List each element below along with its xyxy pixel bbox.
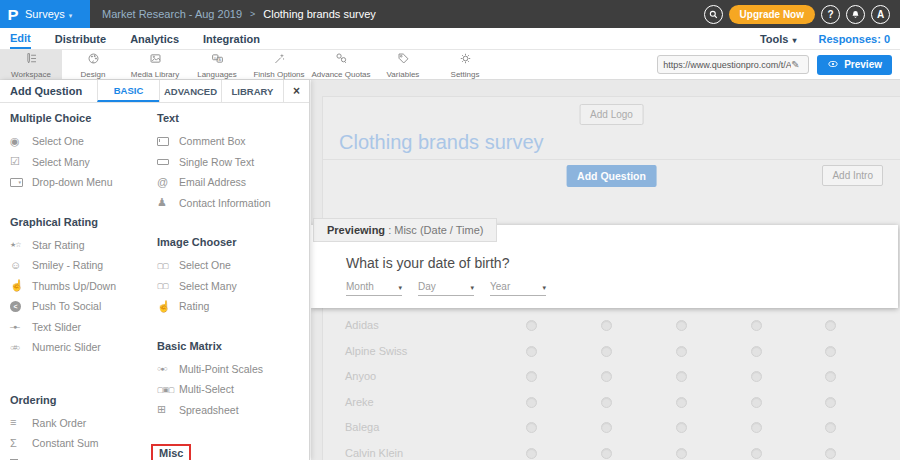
toolbar-media-library[interactable]: Media Library bbox=[124, 50, 186, 79]
table-row: Anyoo bbox=[323, 364, 900, 390]
table-row: Alpine Swiss bbox=[323, 339, 900, 365]
qtype-single-row-text[interactable]: Single Row Text bbox=[157, 152, 309, 173]
table-row: Adidas bbox=[323, 313, 900, 339]
tab-basic[interactable]: BASIC bbox=[97, 80, 159, 102]
qtype-image-rating[interactable]: ☝Rating bbox=[157, 296, 309, 317]
qtype-constant-sum[interactable]: ΣConstant Sum bbox=[10, 433, 157, 454]
qtype-star-rating[interactable]: ★☆Star Rating bbox=[10, 235, 157, 256]
matrix-radio bbox=[751, 397, 762, 408]
matrix-radio bbox=[751, 448, 762, 459]
constant-sum-icon: Σ bbox=[10, 438, 32, 449]
matrix-radio bbox=[676, 448, 687, 459]
matrix-radio bbox=[526, 448, 537, 459]
upgrade-now-button[interactable]: Upgrade Now bbox=[729, 5, 815, 24]
rank-order-icon: ≡ bbox=[10, 417, 32, 428]
month-select[interactable]: Month bbox=[346, 281, 402, 296]
variables-icon bbox=[397, 51, 410, 69]
help-icon[interactable]: ? bbox=[821, 5, 840, 24]
contact-icon: ♟ bbox=[157, 197, 179, 208]
qtype-comment-box[interactable]: Comment Box bbox=[157, 131, 309, 152]
svg-text:x: x bbox=[214, 55, 216, 59]
qtype-image-select-many[interactable]: ▢▢Select Many bbox=[157, 276, 309, 297]
qtype-contact-information[interactable]: ♟Contact Information bbox=[157, 193, 309, 214]
finish-options-icon bbox=[273, 51, 286, 69]
preview-button[interactable]: Preview bbox=[817, 55, 892, 75]
add-question-button: Add Question bbox=[566, 165, 657, 187]
nav-edit[interactable]: Edit bbox=[10, 28, 31, 49]
edit-url-icon[interactable]: ✎ bbox=[791, 59, 799, 70]
questionpro-logo: P bbox=[7, 6, 18, 23]
survey-url-input[interactable] bbox=[663, 60, 791, 70]
nav-distribute[interactable]: Distribute bbox=[55, 28, 106, 49]
comment-box-icon bbox=[157, 137, 179, 146]
matrix-radio bbox=[526, 371, 537, 382]
matrix-radio bbox=[601, 320, 612, 331]
section-text: Text bbox=[157, 112, 309, 124]
responses-count[interactable]: Responses: 0 bbox=[818, 33, 890, 45]
spreadsheet-icon: ⊞ bbox=[157, 404, 179, 415]
qtype-dropdown-menu[interactable]: Drop-down Menu bbox=[10, 172, 157, 193]
search-icon[interactable] bbox=[704, 5, 723, 24]
toolbar-settings[interactable]: Settings bbox=[434, 50, 496, 79]
section-image-chooser: Image Chooser bbox=[157, 236, 309, 248]
toolbar-variables[interactable]: Variables bbox=[372, 50, 434, 79]
qtype-spreadsheet[interactable]: ⊞Spreadsheet bbox=[157, 400, 309, 421]
tab-advanced[interactable]: ADVANCED bbox=[159, 80, 221, 102]
thumbs-icon: ☝ bbox=[10, 280, 32, 291]
multi-point-icon: ○●○ bbox=[157, 365, 179, 372]
year-select[interactable]: Year bbox=[490, 281, 546, 296]
breadcrumb-separator: > bbox=[250, 9, 255, 19]
tools-menu[interactable]: Tools bbox=[760, 33, 797, 45]
bell-icon[interactable] bbox=[846, 5, 865, 24]
toolbar-languages[interactable]: xA Languages bbox=[186, 50, 248, 79]
tab-library[interactable]: LIBRARY bbox=[221, 80, 283, 102]
text-slider-icon: –●– bbox=[10, 323, 32, 330]
qtype-push-to-social[interactable]: <Push To Social bbox=[10, 296, 157, 317]
close-icon[interactable]: × bbox=[283, 80, 309, 102]
matrix-radio bbox=[526, 422, 537, 433]
qtype-multi-select[interactable]: ▢▣▢Multi-Select bbox=[157, 379, 309, 400]
qtype-select-one[interactable]: ◉Select One bbox=[10, 131, 157, 152]
nav-integration[interactable]: Integration bbox=[203, 28, 260, 49]
multi-select-icon: ▢▣▢ bbox=[157, 386, 179, 393]
chevron-down-icon bbox=[394, 281, 402, 292]
qtype-multi-point-scales[interactable]: ○●○Multi-Point Scales bbox=[157, 359, 309, 380]
surveys-product-menu[interactable]: P Surveys bbox=[0, 0, 90, 28]
qtype-smiley-rating[interactable]: ☺Smiley - Rating bbox=[10, 255, 157, 276]
matrix-radio bbox=[825, 320, 836, 331]
avatar[interactable]: A bbox=[871, 5, 890, 24]
qtype-thumbs-up-down[interactable]: ☝Thumbs Up/Down bbox=[10, 276, 157, 297]
toolbar-design[interactable]: Design bbox=[62, 50, 124, 79]
qtype-image-select-one[interactable]: ▢▢Select One bbox=[157, 255, 309, 276]
survey-editor-area: Add Logo Clothing brands survey Add Ques… bbox=[311, 80, 900, 460]
matrix-radio bbox=[601, 346, 612, 357]
matrix-radio bbox=[751, 320, 762, 331]
matrix-radio bbox=[825, 422, 836, 433]
qtype-drag-and-drop[interactable]: Drag and Drop bbox=[10, 454, 157, 460]
nav-analytics[interactable]: Analytics bbox=[130, 28, 179, 49]
email-icon: @ bbox=[157, 177, 179, 188]
matrix-radio bbox=[601, 422, 612, 433]
matrix-radio bbox=[825, 397, 836, 408]
breadcrumb-parent[interactable]: Market Research - Aug 2019 bbox=[102, 8, 242, 20]
product-label: Surveys bbox=[25, 8, 72, 20]
toolbar-advance-quotas[interactable]: Advance Quotas bbox=[310, 50, 372, 79]
qtype-select-many[interactable]: ☑Select Many bbox=[10, 152, 157, 173]
toolbar-workspace[interactable]: Workspace bbox=[0, 50, 62, 79]
qtype-email-address[interactable]: @Email Address bbox=[157, 172, 309, 193]
media-library-icon bbox=[149, 51, 162, 69]
toolbar-finish-options[interactable]: Finish Options bbox=[248, 50, 310, 79]
matrix-radio bbox=[751, 346, 762, 357]
matrix-radio bbox=[751, 422, 762, 433]
previewing-tab: Previewing : Misc (Date / Time) bbox=[313, 218, 497, 242]
numeric-slider-icon: ○#○ bbox=[10, 344, 32, 351]
section-ordering: Ordering bbox=[10, 394, 157, 406]
matrix-radio bbox=[676, 397, 687, 408]
qtype-text-slider[interactable]: –●–Text Slider bbox=[10, 317, 157, 338]
qtype-numeric-slider[interactable]: ○#○Numeric Slider bbox=[10, 337, 157, 358]
qtype-rank-order[interactable]: ≡Rank Order bbox=[10, 413, 157, 434]
survey-url-box: ✎ bbox=[657, 55, 809, 74]
day-select[interactable]: Day bbox=[418, 281, 474, 296]
section-multiple-choice: Multiple Choice bbox=[10, 112, 157, 124]
matrix-radio bbox=[526, 320, 537, 331]
